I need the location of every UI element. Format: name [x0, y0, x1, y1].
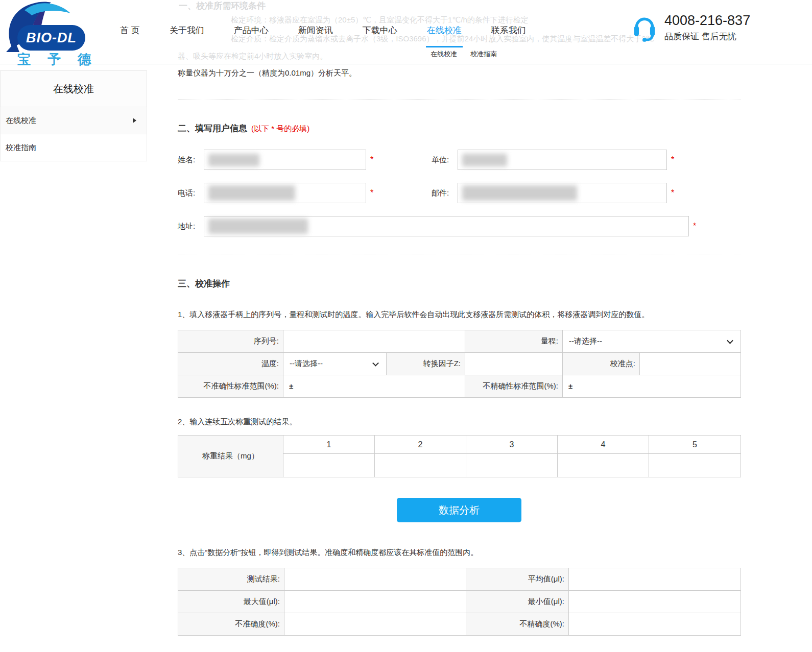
sidebar-title: 在线校准	[0, 70, 147, 107]
section3-heading: 三、校准操作	[178, 278, 741, 289]
col-header-4: 4	[558, 436, 649, 454]
inaccuracy-label: 不准确度(%):	[178, 613, 284, 636]
contact-block: 4008-216-837 品质保证 售后无忧	[632, 12, 750, 45]
unit-label: 单位:	[432, 155, 458, 165]
main-nav: 首 页 关于我们 产品中心 新闻资讯 下载中心 在线校准 联系我们	[120, 25, 556, 36]
redacted-value	[208, 185, 295, 201]
weighing-input-3[interactable]	[466, 454, 557, 477]
nav-item-contact[interactable]: 联系我们	[491, 25, 526, 36]
required-asterisk: *	[693, 222, 698, 231]
nav-item-online-calibration[interactable]: 在线校准	[427, 25, 462, 36]
chevron-down-icon	[372, 359, 379, 366]
divider	[178, 254, 741, 254]
weighing-row-label: 称重结果（mg）	[178, 436, 283, 477]
sidebar-item-online-calibration[interactable]: 在线校准	[0, 107, 147, 134]
imprecision-range-value: ±	[563, 375, 741, 398]
brand-wordmark: BIO-DL	[17, 25, 85, 51]
z-factor-label: 转换因子Z:	[387, 353, 465, 375]
redacted-value	[208, 219, 308, 234]
step3-text: 3、点击“数据分析”按钮，即得到测试结果。准确度和精确度都应该在其标准值的范围内…	[178, 548, 741, 558]
test-result-label: 测试结果:	[178, 568, 284, 591]
nav-item-news[interactable]: 新闻资讯	[298, 25, 333, 36]
temperature-select[interactable]: --请选择--	[283, 353, 387, 375]
serial-input[interactable]	[283, 330, 465, 352]
phone-field[interactable]	[204, 183, 366, 203]
weighing-input-1[interactable]	[283, 454, 374, 477]
content: 称量仪器为十万分之一（精度为0.01mg）分析天平。 二、填写用户信息(以下 *…	[178, 67, 741, 636]
test-result-value	[284, 568, 466, 591]
name-label: 姓名:	[178, 155, 204, 165]
section2-heading: 二、填写用户信息(以下 * 号的必填)	[178, 123, 741, 134]
unit-field[interactable]	[458, 150, 667, 170]
mean-value	[569, 568, 741, 591]
nav-item-home[interactable]: 首 页	[120, 25, 140, 36]
page: { "colors": { "accent_blue": "#1E9FF2", …	[0, 0, 812, 652]
site-header: BIO-DL 宝予德 首 页 关于我们 产品中心 新闻资讯 下载中心 在线校准 …	[0, 0, 812, 64]
z-factor-cell	[465, 353, 563, 375]
temperature-label: 温度:	[178, 353, 283, 375]
cal-point-label: 校准点:	[563, 353, 640, 375]
address-field[interactable]	[204, 216, 689, 236]
nav-item-about[interactable]: 关于我们	[170, 25, 204, 36]
min-value	[569, 591, 741, 613]
sub-nav: 在线校准 校准指南	[431, 50, 497, 59]
calibration-params-table: 序列号: 量程: --请选择-- 温度: --请选择-- 转换因子Z: 校准点:…	[178, 330, 741, 398]
max-label: 最大值(μl):	[178, 591, 284, 613]
step2-text: 2、输入连续五次称重测试的结果。	[178, 417, 741, 427]
required-asterisk: *	[370, 155, 375, 164]
inaccuracy-range-value: ±	[283, 375, 465, 398]
z-factor-input[interactable]	[465, 353, 562, 375]
col-header-2: 2	[375, 436, 466, 454]
range-select[interactable]: --请选择--	[563, 330, 741, 353]
weighing-input-2[interactable]	[375, 454, 466, 477]
email-label: 邮件:	[432, 188, 458, 198]
required-note: (以下 * 号的必填)	[251, 124, 309, 133]
weighing-results-table: 称重结果（mg） 1 2 3 4 5	[178, 435, 741, 477]
brand-chinese-name: 宝予德	[17, 51, 108, 68]
required-asterisk: *	[671, 155, 676, 164]
redacted-value	[208, 154, 259, 166]
data-analysis-button[interactable]: 数据分析	[397, 498, 521, 522]
step1-text: 1、填入移液器手柄上的序列号，量程和测试时的温度。输入完毕后软件会自动出现此支移…	[178, 310, 741, 320]
phone-label: 电话:	[178, 188, 204, 198]
imprecision-label: 不精确度(%):	[466, 613, 569, 636]
hotline-number: 4008-216-837	[664, 12, 750, 29]
subnav-online-calibration[interactable]: 在线校准	[431, 50, 457, 59]
divider	[178, 100, 741, 100]
sidebar-item-calibration-guide[interactable]: 校准指南	[0, 134, 147, 161]
weighing-input-5[interactable]	[649, 454, 741, 477]
brand-logo[interactable]: BIO-DL 宝予德	[4, 1, 122, 65]
max-value	[284, 591, 466, 613]
inaccuracy-value	[284, 613, 466, 636]
imprecision-range-label: 不精确性标准范围(%):	[465, 375, 563, 398]
col-header-3: 3	[466, 436, 558, 454]
inaccuracy-range-label: 不准确性标准范围(%):	[178, 375, 283, 398]
redacted-value	[462, 185, 577, 201]
serial-label: 序列号:	[178, 330, 283, 353]
subnav-calibration-guide[interactable]: 校准指南	[470, 50, 497, 59]
balance-note-text: 称量仪器为十万分之一（精度为0.01mg）分析天平。	[178, 67, 741, 78]
headset-icon	[632, 12, 657, 45]
chevron-down-icon	[727, 337, 733, 344]
redacted-value	[462, 154, 507, 166]
sidebar: 在线校准 在线校准 校准指南	[0, 70, 147, 161]
cal-point-cell	[640, 353, 741, 375]
arrow-right-icon	[133, 118, 136, 123]
results-table: 测试结果: 平均值(μl): 最大值(μl): 最小值(μl): 不准确度(%)…	[178, 568, 741, 636]
address-label: 地址:	[178, 222, 204, 231]
min-label: 最小值(μl):	[466, 591, 569, 613]
name-field[interactable]	[204, 150, 366, 170]
email-field[interactable]	[458, 183, 667, 203]
service-slogan: 品质保证 售后无忧	[664, 31, 750, 42]
nav-item-products[interactable]: 产品中心	[234, 25, 269, 36]
nav-item-downloads[interactable]: 下载中心	[363, 25, 397, 36]
col-header-5: 5	[649, 436, 741, 454]
col-header-1: 1	[283, 436, 375, 454]
weighing-input-4[interactable]	[558, 454, 649, 477]
mean-label: 平均值(μl):	[466, 568, 569, 591]
serial-cell	[283, 330, 465, 353]
range-label: 量程:	[465, 330, 563, 353]
imprecision-value	[569, 613, 741, 636]
user-info-form: 姓名: * 单位: * 电话:	[178, 150, 741, 236]
required-asterisk: *	[671, 188, 676, 198]
